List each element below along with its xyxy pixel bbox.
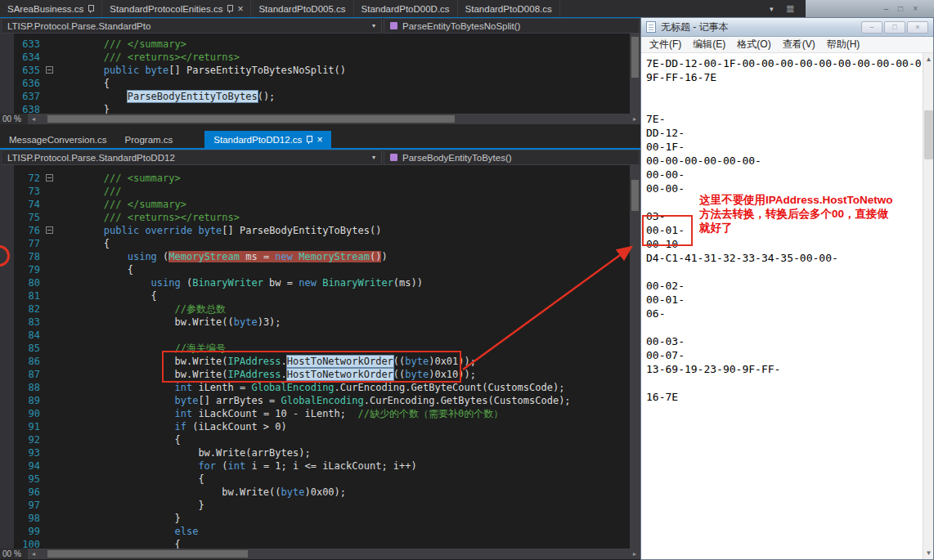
- fold-collapse-icon[interactable]: –: [46, 174, 53, 181]
- close-button[interactable]: ×: [907, 21, 928, 34]
- vertical-scrollbar[interactable]: [630, 165, 640, 549]
- code-text: ///: [56, 185, 640, 198]
- code-line: 97 }: [0, 499, 640, 512]
- code-line: 84: [0, 329, 640, 342]
- notepad-text-area[interactable]: 7E-DD-12-00-1F-00-00-00-00-00-00-00-00-0…: [641, 53, 933, 559]
- code-line: 80 using (BinaryWriter bw = new BinaryWr…: [0, 276, 640, 289]
- notepad-text-line: [646, 265, 922, 279]
- code-line: 77 {: [0, 237, 640, 250]
- line-number: 84: [14, 329, 45, 342]
- fold-margin: [45, 263, 56, 276]
- line-number: 82: [14, 302, 45, 316]
- chevron-down-icon: ▾: [372, 22, 375, 29]
- scroll-right-icon[interactable]: ▸: [629, 114, 640, 124]
- zoom-level[interactable]: 00 %: [0, 549, 28, 559]
- code-editor-bottom[interactable]: 72– /// <summary>73 /// 74 /// </summary…: [0, 165, 640, 549]
- code-text: /// <returns></returns>: [56, 51, 640, 64]
- horizontal-scrollbar-bottom[interactable]: 00 % ◂ ▸: [0, 549, 640, 559]
- menu-item-文件(F)[interactable]: 文件(F): [644, 38, 687, 52]
- tab-StandardProtocolEnities.cs[interactable]: StandardProtocolEnities.cs×: [102, 0, 251, 17]
- scrollbar-thumb[interactable]: [631, 180, 639, 211]
- type-dropdown[interactable]: LTISP.Protocol.Parse.StandardPtoDD12 ▾: [1, 150, 382, 165]
- notepad-title-bar[interactable]: 无标题 - 记事本 –□×: [641, 18, 933, 37]
- tab-Program.cs[interactable]: Program.cs: [116, 131, 182, 148]
- fold-margin: [45, 103, 56, 114]
- scrollbar-track[interactable]: [39, 549, 629, 559]
- code-line: 95 {: [0, 473, 640, 486]
- tab-SAreaBusiness.cs[interactable]: SAreaBusiness.cs: [0, 0, 102, 17]
- scroll-right-icon[interactable]: ▸: [629, 549, 640, 559]
- fold-margin: [45, 407, 56, 420]
- code-line: 91 if (iLackCount > 0): [0, 420, 640, 433]
- line-number: 633: [14, 38, 45, 51]
- member-dropdown[interactable]: ParseBodyEntityToBytes(): [384, 150, 640, 165]
- scrollbar-track[interactable]: [39, 114, 629, 124]
- scrollbar-thumb[interactable]: [924, 110, 933, 159]
- scroll-up-icon[interactable]: ▲: [923, 53, 933, 65]
- fold-margin: [45, 486, 56, 499]
- fold-collapse-icon[interactable]: –: [46, 66, 53, 74]
- code-line: 82 //参数总数: [0, 302, 640, 316]
- horizontal-scrollbar-top[interactable]: 00 % ◂ ▸: [0, 114, 640, 124]
- code-line: 76– public override byte[] ParseBodyEnti…: [0, 224, 640, 237]
- type-path: LTISP.Protocol.Parse.StandardPtoDD12: [7, 153, 175, 163]
- menu-item-格式(O)[interactable]: 格式(O): [731, 38, 776, 52]
- notepad-text-line: [646, 84, 922, 98]
- pin-icon[interactable]: [88, 4, 94, 13]
- maximize-button[interactable]: □: [884, 21, 905, 34]
- code-text: bw.Write(IPAddress.HostToNetworkOrder((b…: [56, 368, 640, 381]
- code-text: ParseBodyEntityToBytes();: [56, 90, 640, 103]
- tab-StandardPtoDD12.cs[interactable]: StandardPtoDD12.cs×: [204, 131, 331, 148]
- scrollbar-thumb[interactable]: [47, 550, 248, 558]
- menu-item-帮助(H)[interactable]: 帮助(H): [821, 38, 866, 52]
- type-dropdown[interactable]: LTISP.Protocol.Parse.StandardPto ▾: [1, 18, 382, 34]
- zoom-level[interactable]: 00 %: [0, 114, 28, 124]
- tab-list-dropdown-icon[interactable]: ▾: [770, 0, 774, 17]
- chevron-down-icon: ▾: [372, 154, 375, 161]
- scroll-down-icon[interactable]: ▼: [923, 547, 933, 559]
- notepad-icon: [646, 21, 656, 33]
- code-text: //海关编号: [56, 342, 640, 355]
- pin-icon[interactable]: [227, 4, 233, 13]
- code-text: {: [56, 237, 640, 250]
- notepad-text-line: 00-00-: [646, 181, 922, 195]
- notepad-text-line: 13-69-19-23-90-9F-FF-: [646, 362, 922, 376]
- menu-item-编辑(E)[interactable]: 编辑(E): [687, 38, 731, 52]
- member-name: ParseBodyEntityToBytes(): [402, 153, 512, 163]
- scroll-left-icon[interactable]: ◂: [28, 549, 39, 559]
- fold-margin: [45, 250, 56, 263]
- fold-margin: –: [45, 224, 56, 237]
- close-tab-icon[interactable]: ×: [237, 4, 243, 14]
- editor-group-splitter[interactable]: [0, 124, 640, 131]
- close-tab-icon[interactable]: ×: [317, 135, 322, 145]
- fold-collapse-icon[interactable]: –: [46, 226, 53, 234]
- code-editor-top[interactable]: 633 /// </summary>634 /// <returns></ret…: [0, 34, 640, 114]
- line-number: 92: [14, 433, 45, 446]
- notepad-text-line: 03-: [646, 209, 922, 223]
- line-number: 96: [14, 486, 45, 499]
- document-overflow-icon[interactable]: ≣: [786, 0, 795, 17]
- member-dropdown[interactable]: ParseEntityToBytesNoSplit(): [384, 18, 640, 34]
- fold-margin: [45, 420, 56, 433]
- tab-MessageConversion.cs[interactable]: MessageConversion.cs: [0, 131, 116, 148]
- minimize-button[interactable]: –: [861, 21, 882, 34]
- menu-item-查看(V)[interactable]: 查看(V): [777, 38, 821, 52]
- scrollbar-thumb[interactable]: [631, 37, 639, 78]
- line-number: 90: [14, 407, 45, 420]
- tab-StandardPtoD00D.cs[interactable]: StandardPtoD00D.cs: [354, 0, 458, 17]
- tab-StandardPtoD008.cs[interactable]: StandardPtoD008.cs: [458, 0, 560, 17]
- top-tabs-group: SAreaBusiness.csStandardProtocolEnities.…: [0, 0, 560, 17]
- notepad-text-line: 00-00-00-00-00-00-: [646, 154, 922, 168]
- pin-icon[interactable]: [306, 135, 312, 144]
- fold-margin: [45, 51, 56, 64]
- line-number: 87: [14, 368, 45, 381]
- scrollbar-thumb[interactable]: [47, 115, 455, 123]
- notepad-vertical-scrollbar[interactable]: ▲ ▼: [923, 53, 933, 559]
- notepad-document[interactable]: 7E-DD-12-00-1F-00-00-00-00-00-00-00-00-0…: [646, 56, 922, 559]
- vertical-scrollbar[interactable]: [630, 34, 640, 114]
- tab-StandardPtoD005.cs[interactable]: StandardPtoD005.cs: [251, 0, 353, 17]
- fold-margin: [45, 77, 56, 90]
- fold-margin: [45, 446, 56, 459]
- scroll-left-icon[interactable]: ◂: [28, 114, 39, 124]
- code-text: else: [56, 525, 640, 538]
